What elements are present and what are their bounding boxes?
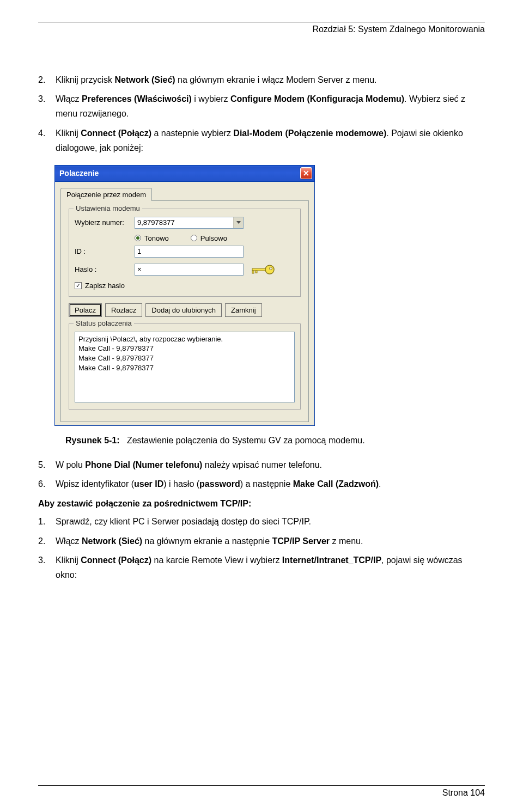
radio-tone[interactable]: Tonowo [135,234,169,242]
close-button[interactable]: ✕ [300,167,312,179]
step-number: 5. [38,457,56,472]
step-c1: 1. Sprawdź, czy klient PC i Serwer posia… [38,514,485,529]
step-number: 3. [38,553,56,582]
add-favorite-button[interactable]: Dodaj do ulubionych [145,303,222,317]
radio-dot-icon [191,235,197,241]
close-icon: ✕ [303,169,309,178]
close-dialog-button[interactable]: Zamknij [225,303,262,317]
save-password-checkbox[interactable]: ✓ Zapisz haslo [75,282,295,290]
step-c3: 3. Kliknij Connect (Połącz) na karcie Re… [38,553,485,582]
step-body: Sprawdź, czy klient PC i Serwer posiadaj… [56,514,485,529]
tab-modem-connection[interactable]: Połączenie przez modem [60,188,152,201]
step-body: Kliknij przycisk Network (Sieć) na główn… [56,72,485,87]
header-rule [38,22,485,22]
group-title: Ustawienia modemu [74,204,142,212]
modem-settings-group: Ustawienia modemu Wybierz numer: 9,87978… [69,209,301,297]
step-number: 2. [38,72,56,87]
chapter-header: Rozdział 5: System Zdalnego Monitorowani… [38,25,485,34]
disconnect-button[interactable]: Rozlacz [105,303,142,317]
status-textbox: Przycisnij \Polacz\, aby rozpoczac wybie… [75,332,295,402]
save-password-label: Zapisz haslo [85,282,125,290]
tcpip-heading: Aby zestawić połączenie za pośrednictwem… [38,499,485,509]
step-number: 2. [38,534,56,548]
titlebar: Polaczenie ✕ [55,166,314,182]
step-number: 1. [38,514,56,529]
step-6: 6. Wpisz identyfikator (user ID) i hasło… [38,477,485,491]
step-body: Wpisz identyfikator (user ID) i hasło (p… [56,477,485,491]
step-body: Włącz Preferences (Właściwości) i wybier… [56,91,485,121]
step-c2: 2. Włącz Network (Sieć) na głównym ekran… [38,534,485,548]
number-combobox[interactable]: 9,87978377 [135,217,244,229]
radio-pulse-label: Pulsowo [200,234,227,242]
password-label: Haslo : [75,265,135,273]
radio-pulse[interactable]: Pulsowo [191,234,227,242]
connection-dialog: Polaczenie ✕ Połączenie przez modem Usta… [54,165,315,426]
status-group-title: Status polaczenia [74,319,134,327]
key-icon [250,263,275,276]
step-body: Włącz Network (Sieć) na głównym ekranie … [56,534,485,548]
radio-tone-label: Tonowo [144,234,169,242]
dialog-title: Polaczenie [59,169,99,178]
password-field[interactable]: × [135,264,244,276]
svg-rect-4 [256,271,257,273]
page-number: Strona 104 [38,788,485,798]
figure-caption: Rysunek 5-1: Zestawienie połączenia do S… [65,436,485,445]
checkbox-checked-icon: ✓ [75,282,82,289]
number-label: Wybierz numer: [75,218,135,227]
number-value: 9,87978377 [135,217,233,228]
step-body: W polu Phone Dial (Numer telefonu) należ… [56,457,485,472]
step-body: Kliknij Connect (Połącz) na karcie Remot… [56,553,485,582]
step-number: 4. [38,126,56,155]
step-4: 4. Kliknij Connect (Połącz) a nastepnie … [38,126,485,155]
step-number: 6. [38,477,56,491]
id-field[interactable]: 1 [135,246,244,258]
step-2: 2. Kliknij przycisk Network (Sieć) na gł… [38,72,485,87]
svg-point-1 [270,267,272,270]
svg-rect-3 [252,271,254,273]
step-5: 5. W polu Phone Dial (Numer telefonu) na… [38,457,485,472]
radio-dot-checked-icon [135,235,141,241]
step-body: Kliknij Connect (Połącz) a nastepnie wyb… [56,126,485,155]
connect-button[interactable]: Polacz [69,303,102,317]
chevron-down-icon[interactable] [233,217,243,228]
footer-rule [38,785,485,786]
svg-rect-2 [252,268,265,271]
step-3: 3. Włącz Preferences (Właściwości) i wyb… [38,91,485,121]
tab-panel: Ustawienia modemu Wybierz numer: 9,87978… [60,200,309,422]
status-group: Status polaczenia Przycisnij \Polacz\, a… [69,323,301,410]
id-label: ID : [75,247,135,255]
step-number: 3. [38,91,56,121]
